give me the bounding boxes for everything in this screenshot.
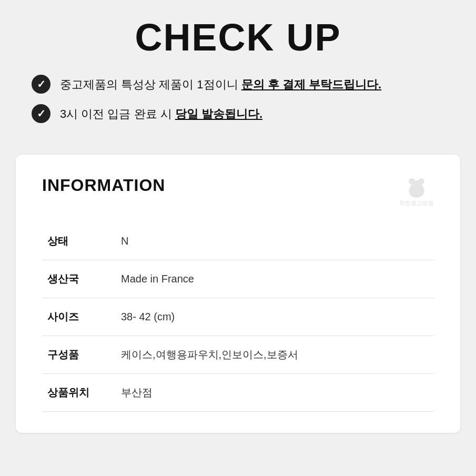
table-cell-value: 38- 42 (cm)	[116, 298, 434, 336]
bear-icon	[403, 176, 430, 199]
top-section: CHECK UP 중고제품의 특성상 제품이 1점이니 문의 후 결제 부탁드립…	[0, 0, 476, 144]
watermark: 착한중고명품	[399, 176, 434, 207]
check-text-2-bold: 당일 발송됩니다.	[175, 107, 262, 120]
svg-point-4	[411, 189, 415, 196]
table-row: 구성품케이스,여행용파우치,인보이스,보증서	[42, 336, 434, 374]
table-cell-label: 사이즈	[42, 298, 116, 336]
table-row: 상품위치부산점	[42, 374, 434, 412]
table-cell-label: 상태	[42, 222, 116, 260]
page-title: CHECK UP	[21, 16, 455, 59]
table-cell-value: 부산점	[116, 374, 434, 412]
table-row: 사이즈38- 42 (cm)	[42, 298, 434, 336]
table-cell-label: 구성품	[42, 336, 116, 374]
svg-point-3	[418, 178, 424, 184]
info-header: INFORMATION 착한중고명품	[42, 176, 434, 207]
info-table: 상태N생산국Made in France사이즈38- 42 (cm)구성품케이스…	[42, 222, 434, 412]
check-text-1-bold: 문의 후 결제 부탁드립니다.	[241, 78, 381, 91]
svg-point-5	[418, 189, 422, 196]
watermark-text: 착한중고명품	[399, 199, 434, 207]
check-text-1: 중고제품의 특성상 제품이 1점이니 문의 후 결제 부탁드립니다.	[60, 76, 381, 93]
table-row: 생산국Made in France	[42, 260, 434, 298]
check-icon-1	[32, 75, 50, 94]
check-item-1: 중고제품의 특성상 제품이 1점이니 문의 후 결제 부탁드립니다.	[32, 75, 455, 94]
table-cell-value: N	[116, 222, 434, 260]
info-section: INFORMATION 착한중고명품 상태N생산국Made in France사…	[16, 155, 460, 433]
table-cell-value: Made in France	[116, 260, 434, 298]
table-cell-label: 상품위치	[42, 374, 116, 412]
info-title: INFORMATION	[42, 176, 165, 195]
svg-point-2	[409, 178, 414, 184]
table-cell-value: 케이스,여행용파우치,인보이스,보증서	[116, 336, 434, 374]
table-row: 상태N	[42, 222, 434, 260]
table-cell-label: 생산국	[42, 260, 116, 298]
check-text-2: 3시 이전 입금 완료 시 당일 발송됩니다.	[60, 105, 262, 123]
check-item-2: 3시 이전 입금 완료 시 당일 발송됩니다.	[32, 104, 455, 123]
check-items-list: 중고제품의 특성상 제품이 1점이니 문의 후 결제 부탁드립니다. 3시 이전…	[21, 75, 455, 123]
check-icon-2	[32, 104, 50, 123]
